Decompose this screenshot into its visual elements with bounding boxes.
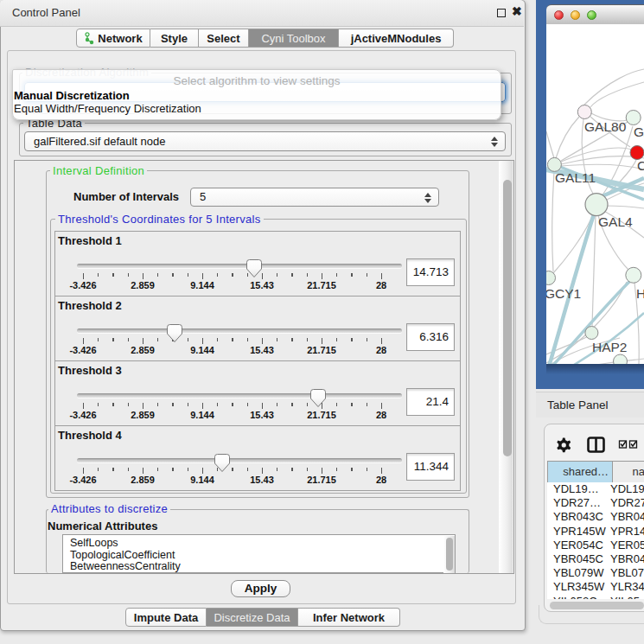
svg-text:GAL11: GAL11 bbox=[555, 170, 596, 185]
svg-text:GAL80: GAL80 bbox=[584, 119, 627, 134]
svg-text:C: C bbox=[637, 158, 644, 173]
svg-text:HAP2: HAP2 bbox=[592, 340, 628, 354]
svg-text:GCY1: GCY1 bbox=[546, 286, 581, 301]
svg-text:GAL4: GAL4 bbox=[598, 214, 633, 229]
svg-text:GA: GA bbox=[634, 124, 644, 139]
svg-text:HA: HA bbox=[636, 286, 644, 301]
